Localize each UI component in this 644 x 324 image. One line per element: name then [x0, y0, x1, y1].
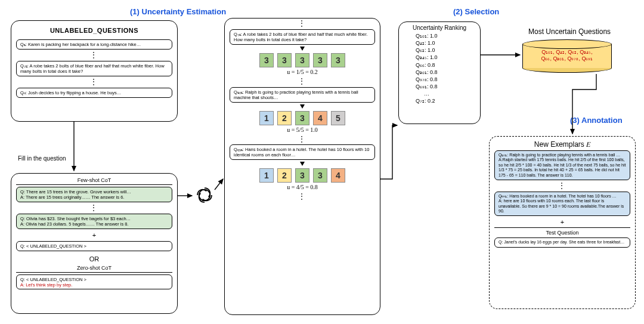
ellipsis-icon: ⋮ [16, 204, 172, 212]
unlabeled-title: UNLABELED_QUESTIONS [16, 24, 172, 38]
stage-3-label: (3) Annotation [570, 116, 623, 125]
test-question-label: Test Question [494, 227, 630, 236]
stage-2-label: (2) Selection [453, 7, 499, 16]
exemplars-panel: New Exemplars 𝐸 Q₁₀₁: Ralph is going to … [489, 136, 636, 309]
or-label: OR [16, 253, 172, 265]
answer-tile: 3 [277, 53, 292, 67]
svg-point-0 [199, 190, 210, 201]
sample-q691: Q₆₉₁: Hans booked a room in a hotel. The… [230, 144, 375, 160]
answer-tile: 4 [331, 168, 345, 183]
ellipsis-icon: ⋮ [16, 78, 172, 86]
zeroshot-q: Q: < UNLABELED_QUESTION > [20, 277, 168, 282]
ranking-title: Uncertainty Ranking [401, 24, 478, 31]
zeroshot-title: Zero-shot CoT [16, 265, 172, 273]
ranking-ellipsis: … [401, 90, 478, 97]
ranking-line: Q₁₀₁: 1.0 [401, 32, 478, 39]
answer-tile: 2 [277, 168, 292, 183]
answer-tile: 3 [295, 111, 309, 125]
uncertainty-panel: ⋮ Q₇₂: A robe takes 2 bolts of blue fibe… [224, 18, 380, 315]
ranking-line: Q₃₄₅: 1.0 [401, 54, 478, 61]
answer-tile: 3 [295, 168, 309, 183]
selected-title: Most Uncertain Questions [528, 27, 611, 36]
uncertainty-q691: u = 4/5 = 0.8 [230, 184, 375, 190]
selected-line2: Q₆₆, Q₃₀₁, Q₉₇₈, Q₆₉₁ [541, 55, 593, 61]
ranking-line: Q₆₉₁: 0.8 [401, 83, 478, 90]
zeroshot-a: A: Let's think step by step. [20, 282, 168, 288]
test-question: Q: Janet's ducks lay 16 eggs per day. Sh… [494, 237, 630, 247]
sample-q72: Q₇₂: A robe takes 2 bolts of blue fiber … [230, 29, 375, 45]
ranking-line: Q₇₂: 0.2 [401, 97, 478, 104]
ranking-line: Q₄₂: 1.0 [401, 39, 478, 47]
exemplar-2: Q₆₉₁: Hans booked a room in a hotel. The… [494, 192, 630, 217]
exemplar-1: Q₁₀₁: Ralph is going to practice playing… [494, 150, 630, 180]
unlabeled-q1: Q₁: Karen is packing her backpack for a … [16, 39, 172, 50]
answer-tile: 1 [259, 111, 274, 125]
ellipsis-icon: ⋮ [494, 182, 630, 190]
ranking-panel: Uncertainty Ranking Q₁₀₁: 1.0 Q₄₂: 1.0 Q… [398, 21, 481, 124]
fewshot-title: Few-shot CoT [16, 177, 172, 185]
exemplars-title: New Exemplars 𝐸 [494, 140, 630, 149]
answer-tile: 3 [295, 53, 309, 67]
uncertainty-q101: u = 5/5 = 1.0 [230, 126, 375, 133]
stage-1-label: (1) Uncertainty Estimation [130, 7, 226, 16]
ellipsis-icon: ⋮ [230, 193, 375, 200]
ellipsis-icon: ⋮ [230, 20, 375, 27]
answer-tile: 1 [259, 168, 274, 183]
zeroshot-box: Q: < UNLABELED_QUESTION > A: Let's think… [16, 274, 172, 289]
unlabeled-qn: Qₙ: Josh decides to try flipping a house… [16, 88, 172, 98]
unlabeled-questions-panel: UNLABELED_QUESTIONS Q₁: Karen is packing… [11, 20, 178, 122]
ellipsis-icon: ⋮ [230, 135, 375, 143]
answer-tile: 4 [313, 111, 327, 125]
selected-cylinder: Q₁₀₁, Q₄₂, Q₆₂, Q₃₄₅, Q₆₆, Q₃₀₁, Q₉₇₈, Q… [522, 39, 612, 73]
ellipsis-icon: ⋮ [230, 78, 375, 85]
arrow-down-icon [300, 104, 305, 109]
ranking-line: Q₆₂: 1.0 [401, 47, 478, 54]
uncertainty-q72: u = 1/5 = 0.2 [230, 69, 375, 75]
fewshot-example-1: Q: There are 15 trees in the grove. Grov… [16, 187, 172, 202]
answer-tile: 5 [331, 111, 345, 125]
answer-tile: 3 [331, 53, 345, 67]
ranking-line: Q₃₀₁: 0.8 [401, 69, 478, 76]
fill-question-label: Fill in the question [18, 155, 66, 162]
tiles-q101: 1 2 3 4 5 [230, 111, 375, 125]
fewshot-slot: Q: < UNLABELED_QUESTION > [16, 241, 172, 251]
ellipsis-icon: ⋮ [16, 51, 172, 59]
fewshot-example-2: Q: Olivia has $23. She bought five bagel… [16, 214, 172, 229]
unlabeled-q72: Q₇₂: A robe takes 2 bolts of blue fiber … [16, 61, 172, 76]
plus-icon: + [494, 218, 630, 226]
tiles-q72: 3 3 3 3 3 [230, 53, 375, 67]
arrow-down-icon [300, 162, 305, 166]
plus-icon: + [16, 231, 172, 239]
answer-tile: 3 [313, 168, 327, 183]
answer-tile: 2 [277, 111, 292, 125]
tiles-q691: 1 2 3 3 4 [230, 168, 375, 183]
prompting-panel: Few-shot CoT Q: There are 15 trees in th… [11, 173, 178, 314]
llm-icon [194, 185, 215, 205]
ranking-line: Q₆₆: 0.8 [401, 61, 478, 69]
arrow-down-icon [300, 47, 305, 51]
answer-tile: 3 [313, 53, 327, 67]
answer-tile: 3 [259, 53, 274, 67]
selected-line1: Q₁₀₁, Q₄₂, Q₆₂, Q₃₄₅, [541, 49, 593, 55]
ranking-line: Q₉₇₈: 0.8 [401, 76, 478, 83]
sample-q101: Q₁₀₁: Ralph is going to practice playing… [230, 87, 375, 103]
